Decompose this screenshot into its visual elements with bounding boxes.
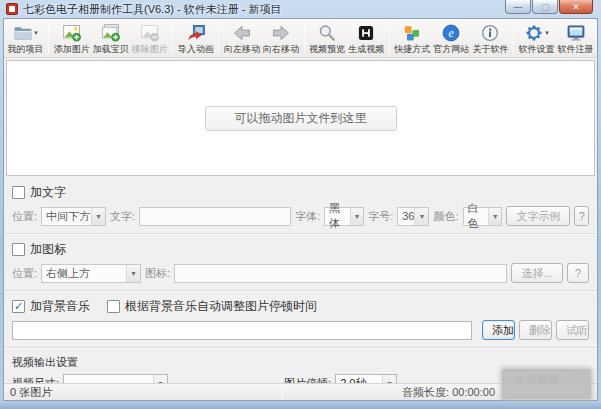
icon-path-label: 图标: xyxy=(145,266,170,281)
overlay-text-label: 文字: xyxy=(110,209,135,224)
text-sample-button: 文字示例 xyxy=(506,206,570,226)
titlebar[interactable]: 七彩色电子相册制作工具(V6.3) - 软件未注册 - 新项目 — ▢ ✕ xyxy=(0,0,601,18)
font-size-select[interactable]: 36 ▾ xyxy=(397,207,429,226)
toolbar-button-move-left[interactable]: 向左移动 xyxy=(222,20,261,56)
audio-length-status: 音频长度: 00:00:00 xyxy=(402,385,495,400)
toolbar-button-label: 加载宝贝 xyxy=(93,44,129,55)
add-icon-section: 加图标 位置: 右侧上方 ▾ 图标: 选择... ? xyxy=(4,235,597,290)
toolbar-separator xyxy=(218,22,219,54)
font-label: 字体: xyxy=(295,209,320,224)
toolbar-separator xyxy=(48,22,49,54)
music-path-input[interactable] xyxy=(12,321,472,340)
chevron-down-icon[interactable]: ▾ xyxy=(34,29,38,37)
toolbar-button-register[interactable]: 软件注册 xyxy=(556,20,595,56)
icon-path-input[interactable] xyxy=(174,264,507,283)
minimize-icon: — xyxy=(514,2,523,12)
icon-position-label: 位置: xyxy=(12,266,37,281)
font-value: 黑体 xyxy=(329,201,350,231)
background-music-section: ✓ 加背景音乐 根据背景音乐自动调整图片停顿时间 添加 删除 试听 xyxy=(4,292,597,347)
import-animation-icon xyxy=(186,22,206,44)
browser-e-icon: e xyxy=(441,22,461,44)
text-position-select[interactable]: 中间下方 ▾ xyxy=(41,207,106,226)
chevron-down-icon: ▾ xyxy=(488,208,501,225)
text-help-button[interactable]: ? xyxy=(574,206,589,226)
font-size-label: 字号: xyxy=(368,209,393,224)
toolbar-button-load-baby[interactable]: 加载宝贝 xyxy=(91,20,130,56)
toolbar-button-my-project[interactable]: ▾ 我的项目 xyxy=(6,20,45,56)
toolbar-button-label: 添加图片 xyxy=(54,44,90,55)
chevron-down-icon[interactable]: ▾ xyxy=(545,29,549,37)
add-icon-checkbox[interactable] xyxy=(12,243,25,256)
info-icon: i xyxy=(480,22,500,44)
toolbar-button-label: 导入动画 xyxy=(178,44,214,55)
icon-help-button[interactable]: ? xyxy=(567,263,589,283)
music-add-button[interactable]: 添加 xyxy=(482,320,515,340)
auto-adjust-checkbox[interactable] xyxy=(107,300,120,313)
add-icon-checkbox-label[interactable]: 加图标 xyxy=(30,241,66,258)
monitor-icon xyxy=(566,22,586,44)
window-controls: — ▢ ✕ xyxy=(504,0,593,14)
background-music-checkbox-label[interactable]: 加背景音乐 xyxy=(30,298,90,315)
add-text-checkbox[interactable] xyxy=(12,186,25,199)
toolbar-button-move-right[interactable]: 向右移动 xyxy=(261,20,300,56)
load-photos-icon xyxy=(101,22,121,44)
toolbar-button-label: 视频预览 xyxy=(309,44,345,55)
toolbar-button-label: 向右移动 xyxy=(263,44,299,55)
app-window: 七彩色电子相册制作工具(V6.3) - 软件未注册 - 新项目 — ▢ ✕ ▾ … xyxy=(0,0,601,409)
toolbar: ▾ 我的项目 添加图片 加载宝贝 移除 xyxy=(4,19,597,58)
font-color-select[interactable]: 白色 ▾ xyxy=(463,207,503,226)
cubes-icon xyxy=(402,22,422,44)
gear-icon: ▾ xyxy=(524,22,549,44)
svg-text:e: e xyxy=(449,27,454,40)
blurred-region-overlay xyxy=(502,369,591,399)
toolbar-button-add-image[interactable]: 添加图片 xyxy=(52,20,91,56)
chevron-down-icon: ▾ xyxy=(126,265,140,282)
client-area: ▾ 我的项目 添加图片 加载宝贝 移除 xyxy=(3,18,598,401)
video-h-icon xyxy=(356,22,376,44)
toolbar-button-website[interactable]: e 官方网站 xyxy=(432,20,471,56)
toolbar-button-video-preview[interactable]: 视频预览 xyxy=(308,20,347,56)
toolbar-button-generate-video[interactable]: 生成视频 xyxy=(347,20,386,56)
remove-image-icon xyxy=(140,22,160,44)
arrow-right-icon xyxy=(271,22,291,44)
icon-position-value: 右侧上方 xyxy=(46,266,90,281)
check-icon: ✓ xyxy=(14,301,23,312)
font-color-label: 颜色: xyxy=(433,209,458,224)
folder-icon: ▾ xyxy=(13,22,38,44)
toolbar-button-settings[interactable]: ▾ 软件设置 xyxy=(517,20,556,56)
drag-files-here-button[interactable]: 可以拖动图片文件到这里 xyxy=(205,106,397,131)
text-position-label: 位置: xyxy=(12,209,37,224)
toolbar-button-label: 移除图片 xyxy=(132,44,168,55)
chevron-down-icon: ▾ xyxy=(350,208,363,225)
font-select[interactable]: 黑体 ▾ xyxy=(324,207,364,226)
toolbar-button-import-animation[interactable]: 导入动画 xyxy=(176,20,215,56)
chevron-down-icon: ▾ xyxy=(414,208,428,225)
toolbar-separator xyxy=(389,22,390,54)
background-music-checkbox[interactable]: ✓ xyxy=(12,300,25,313)
toolbar-button-remove-image: 移除图片 xyxy=(130,20,169,56)
add-text-checkbox-label[interactable]: 加文字 xyxy=(30,184,66,201)
minimize-button[interactable]: — xyxy=(505,0,531,14)
music-listen-button: 试听 xyxy=(556,320,589,340)
add-text-section: 加文字 位置: 中间下方 ▾ 文字: 字体: 黑体 ▾ 字号: 36 ▾ xyxy=(4,178,597,233)
overlay-text-input[interactable] xyxy=(139,207,291,226)
magnifier-icon xyxy=(317,22,337,44)
icon-select-button: 选择... xyxy=(511,263,563,283)
maximize-button[interactable]: ▢ xyxy=(532,0,558,14)
text-position-value: 中间下方 xyxy=(46,209,90,224)
toolbar-button-about[interactable]: i 关于软件 xyxy=(471,20,510,56)
font-color-value: 白色 xyxy=(468,201,489,231)
toolbar-button-label: 关于软件 xyxy=(472,44,508,55)
auto-adjust-checkbox-label[interactable]: 根据背景音乐自动调整图片停顿时间 xyxy=(125,298,317,315)
app-icon xyxy=(6,3,18,15)
toolbar-button-shortcut[interactable]: 快捷方式 xyxy=(393,20,432,56)
close-button[interactable]: ✕ xyxy=(559,0,593,14)
arrow-left-icon xyxy=(232,22,252,44)
toolbar-button-label: 软件设置 xyxy=(518,44,554,55)
toolbar-button-label: 向左移动 xyxy=(224,44,260,55)
image-list-panel[interactable]: 可以拖动图片文件到这里 xyxy=(6,60,595,176)
add-image-icon xyxy=(62,22,82,44)
icon-position-select[interactable]: 右侧上方 ▾ xyxy=(41,264,141,283)
toolbar-separator xyxy=(304,22,305,54)
toolbar-separator xyxy=(513,22,514,54)
